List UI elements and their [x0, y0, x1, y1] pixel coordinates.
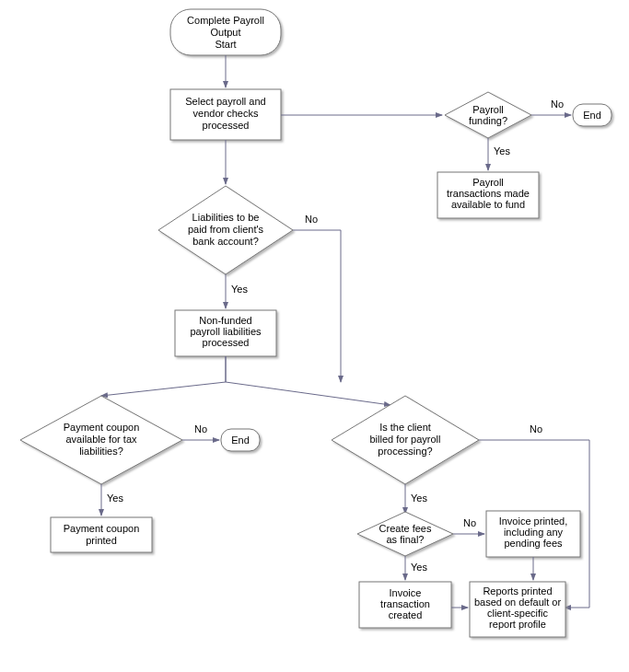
- svg-text:No: No: [194, 423, 207, 434]
- svg-text:Payment coupon: Payment coupon: [64, 523, 140, 534]
- svg-text:Yes: Yes: [107, 492, 123, 504]
- svg-text:Yes: Yes: [494, 145, 510, 156]
- svg-text:billed for payroll: billed for payroll: [369, 434, 440, 445]
- svg-text:Invoice: Invoice: [390, 587, 422, 598]
- svg-text:Reports printed: Reports printed: [483, 585, 552, 597]
- edge-label: No: [551, 98, 564, 110]
- svg-text:No: No: [305, 214, 318, 225]
- svg-text:No: No: [463, 517, 476, 528]
- svg-text:payroll liabilities: payroll liabilities: [190, 326, 262, 337]
- svg-text:client-specific: client-specific: [487, 608, 549, 619]
- svg-text:Output: Output: [210, 27, 240, 38]
- svg-text:Liabilities to be: Liabilities to be: [192, 212, 260, 223]
- svg-text:as final?: as final?: [387, 534, 425, 545]
- svg-text:based on default or: based on default or: [474, 597, 562, 608]
- svg-text:Yes: Yes: [231, 284, 248, 295]
- flowchart: .box{fill:#fff;stroke:#777;stroke-width:…: [0, 0, 629, 672]
- svg-text:End: End: [231, 434, 250, 446]
- svg-text:Yes: Yes: [411, 492, 427, 504]
- svg-text:including any: including any: [504, 527, 564, 538]
- svg-text:No: No: [530, 423, 542, 434]
- svg-text:created: created: [389, 609, 423, 620]
- svg-text:transaction: transaction: [380, 598, 430, 609]
- svg-text:Payroll: Payroll: [472, 104, 504, 115]
- svg-text:Create fees: Create fees: [379, 523, 432, 534]
- svg-text:available to fund: available to fund: [451, 199, 525, 210]
- svg-text:bank account?: bank account?: [192, 236, 259, 247]
- svg-text:processing?: processing?: [378, 446, 432, 457]
- svg-text:Yes: Yes: [411, 562, 427, 573]
- svg-text:processed: processed: [203, 337, 250, 348]
- start-label: Complete Payroll: [187, 15, 264, 26]
- svg-text:funding?: funding?: [469, 115, 507, 126]
- svg-text:Non-funded: Non-funded: [199, 315, 252, 326]
- svg-text:Payment coupon: Payment coupon: [64, 422, 140, 433]
- svg-text:Payroll: Payroll: [472, 177, 504, 188]
- svg-text:processed: processed: [203, 120, 250, 131]
- svg-text:Select payroll and: Select payroll and: [185, 96, 265, 107]
- svg-text:printed: printed: [86, 535, 117, 546]
- end-label: End: [583, 110, 601, 121]
- svg-text:Start: Start: [215, 39, 236, 50]
- svg-text:paid from client's: paid from client's: [188, 224, 264, 235]
- svg-text:vendor checks: vendor checks: [193, 108, 259, 119]
- svg-text:transactions made: transactions made: [447, 188, 530, 199]
- svg-text:pending fees: pending fees: [505, 538, 563, 549]
- svg-text:available for tax: available for tax: [65, 434, 137, 445]
- svg-text:report profile: report profile: [489, 619, 546, 630]
- svg-text:Invoice printed,: Invoice printed,: [499, 516, 568, 527]
- svg-text:Is the client: Is the client: [379, 422, 431, 433]
- svg-text:liabilities?: liabilities?: [79, 446, 123, 457]
